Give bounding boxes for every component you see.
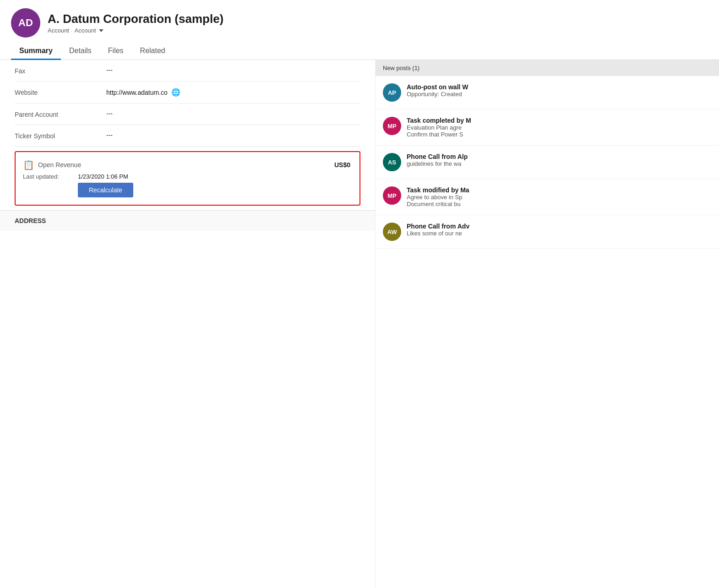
main-content: Fax --- Website http://www.adatum.co 🌐 P… [0,60,719,588]
activity-sub: Likes some of our ne [407,230,712,237]
open-revenue-label: Open Revenue [38,161,81,169]
activity-item[interactable]: MP Task modified by Ma Agree to above in… [376,179,719,215]
activity-item[interactable]: AS Phone Call from Alp guidelines for th… [376,146,719,179]
activity-title: Task modified by Ma [407,186,712,194]
activity-title: Auto-post on wall W [407,83,712,91]
activity-title: Phone Call from Alp [407,153,712,160]
avatar: AS [383,153,401,171]
activity-title: Task completed by M [407,117,712,124]
website-url[interactable]: http://www.adatum.co [106,89,168,96]
activity-sub2: Document critical bu [407,201,712,207]
right-panel: New posts (1) AP Auto-post on wall W Opp… [376,60,719,588]
tab-details[interactable]: Details [61,42,100,60]
revenue-icon: 📋 [23,159,34,170]
last-updated-label: Last updated: [23,173,78,180]
tab-related[interactable]: Related [132,42,174,60]
tab-bar: Summary Details Files Related [0,42,719,60]
parent-account-label: Parent Account [15,110,106,118]
activity-content: Phone Call from Alp guidelines for the w… [407,153,712,167]
activity-sub: Agree to above in Sp [407,194,712,201]
avatar: AW [383,223,401,241]
activity-sub: Evaluation Plan agre [407,124,712,131]
page-title: A. Datum Corporation (sample) [48,12,223,26]
avatar: AP [383,83,401,102]
activity-item[interactable]: AW Phone Call from Adv Likes some of our… [376,215,719,249]
breadcrumb-item2[interactable]: Account [75,27,96,34]
field-website: Website http://www.adatum.co 🌐 [15,82,360,103]
chevron-down-icon[interactable] [99,29,103,32]
field-parent-account: Parent Account --- [15,103,360,125]
parent-account-value: --- [106,110,360,117]
activity-content: Phone Call from Adv Likes some of our ne [407,223,712,237]
form-section: Fax --- Website http://www.adatum.co 🌐 P… [0,60,375,206]
ticker-symbol-value: --- [106,131,360,139]
tab-summary[interactable]: Summary [11,42,61,60]
new-posts-bar[interactable]: New posts (1) [376,60,719,76]
last-updated-date: 1/23/2020 1:06 PM [78,173,128,180]
activity-sub2: Confirm that Power S [407,131,712,138]
activity-content: Task modified by Ma Agree to above in Sp… [407,186,712,207]
activity-sub: Opportunity: Created [407,91,712,98]
breadcrumb: Account · Account [48,27,223,34]
activity-title: Phone Call from Adv [407,223,712,230]
avatar: MP [383,117,401,135]
recalculate-button[interactable]: Recalculate [78,183,133,197]
avatar: MP [383,186,401,205]
activity-content: Task completed by M Evaluation Plan agre… [407,117,712,138]
activity-item[interactable]: MP Task completed by M Evaluation Plan a… [376,109,719,146]
left-panel: Fax --- Website http://www.adatum.co 🌐 P… [0,60,376,588]
address-section-header: ADDRESS [0,210,375,231]
ticker-symbol-label: Ticker Symbol [15,131,106,140]
fax-label: Fax [15,66,106,75]
activity-item[interactable]: AP Auto-post on wall W Opportunity: Crea… [376,76,719,109]
activity-sub: guidelines for the wa [407,160,712,167]
account-avatar: AD [11,8,40,38]
page-header: AD A. Datum Corporation (sample) Account… [0,0,719,42]
activity-content: Auto-post on wall W Opportunity: Created [407,83,712,98]
open-revenue-amount: US$0 [334,161,350,169]
fax-value: --- [106,66,360,74]
header-text: A. Datum Corporation (sample) Account · … [48,12,223,34]
breadcrumb-item1: Account [48,27,69,34]
tab-files[interactable]: Files [100,42,132,60]
field-fax: Fax --- [15,60,360,82]
website-value[interactable]: http://www.adatum.co 🌐 [106,88,360,97]
open-revenue-box: 📋 Open Revenue US$0 Last updated: 1/23/2… [15,151,360,206]
globe-icon: 🌐 [171,88,180,97]
activity-list: AP Auto-post on wall W Opportunity: Crea… [376,76,719,249]
field-ticker-symbol: Ticker Symbol --- [15,125,360,147]
website-label: Website [15,88,106,96]
